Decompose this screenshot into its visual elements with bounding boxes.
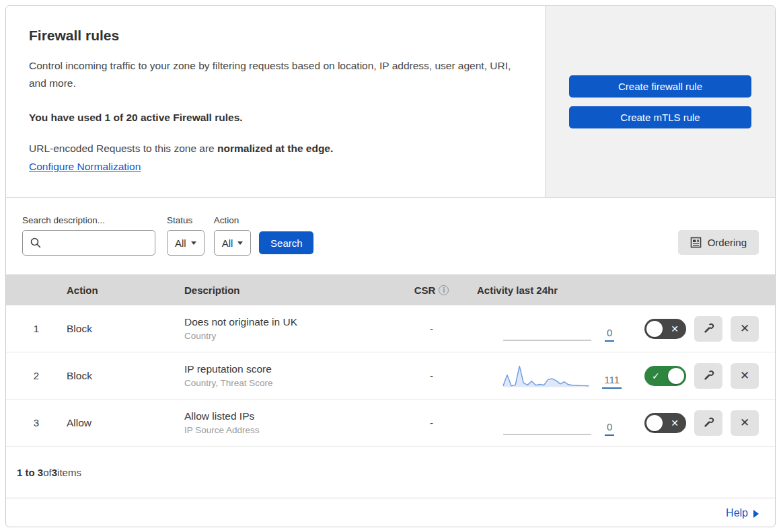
rule-description-cell: IP reputation score Country, Threat Scor… (184, 363, 400, 388)
ordering-label: Ordering (708, 237, 747, 248)
status-label: Status (167, 215, 204, 225)
csr-value: - (400, 323, 463, 334)
table-row: 1 Block Does not originate in UK Country… (6, 305, 775, 352)
edit-rule-button[interactable] (694, 316, 722, 342)
normalization-bold: normalized at the edge. (217, 143, 333, 154)
rule-action: Block (67, 323, 184, 335)
pagination-summary: 1 to 3 of 3 items (6, 447, 775, 498)
status-filter-group: Status All (167, 215, 204, 256)
rule-description: IP reputation score (184, 363, 400, 375)
activity-count-link[interactable]: 111 (602, 375, 622, 389)
filter-bar: Search description... Status All Action … (6, 198, 775, 274)
csr-value: - (400, 417, 463, 428)
rule-fields: IP Source Address (184, 425, 400, 435)
search-button[interactable]: Search (259, 231, 313, 254)
rule-priority: 2 (6, 370, 67, 381)
create-mtls-rule-button[interactable]: Create mTLS rule (569, 106, 751, 128)
status-selected-value: All (175, 237, 186, 249)
table-header-row: Action Description CSR Activity last 24h… (6, 274, 775, 305)
edit-rule-button[interactable] (694, 410, 722, 436)
delete-rule-button[interactable] (731, 410, 759, 436)
toggle-knob (668, 368, 684, 384)
table-row: 2 Block IP reputation score Country, Thr… (6, 352, 775, 400)
help-bar: Help (6, 498, 775, 527)
activity-sparkline (502, 363, 590, 389)
close-icon (740, 321, 749, 336)
normalization-text: URL-encoded Requests to this zone are no… (29, 143, 522, 155)
action-column-header: Action (67, 284, 184, 296)
action-select[interactable]: All (214, 230, 252, 256)
activity-count-link[interactable]: 0 (605, 328, 614, 342)
rule-controls (622, 410, 775, 436)
activity-cell: 0 (463, 315, 622, 342)
activity-sparkline (502, 315, 593, 342)
create-firewall-rule-button[interactable]: Create firewall rule (569, 75, 751, 98)
csr-header-label: CSR (414, 284, 436, 296)
rule-description: Allow listed IPs (184, 410, 400, 422)
action-selected-value: All (222, 237, 233, 249)
activity-sparkline (502, 410, 593, 436)
rule-action: Block (67, 370, 184, 382)
configure-normalization-link[interactable]: Configure Normalization (29, 161, 141, 173)
activity-count-link[interactable]: 0 (605, 422, 614, 436)
search-label: Search description... (22, 215, 155, 225)
ordering-icon (690, 237, 702, 248)
total-count: 3 (52, 467, 57, 478)
search-group: Search description... (22, 215, 155, 256)
close-icon (740, 416, 749, 430)
of-text: of (43, 467, 52, 478)
chevron-down-icon (237, 241, 243, 245)
rule-description: Does not originate in UK (184, 316, 400, 328)
edit-rule-button[interactable] (694, 363, 722, 389)
rule-priority: 3 (6, 417, 67, 428)
check-icon (652, 366, 660, 386)
wrench-icon (702, 369, 716, 383)
delete-rule-button[interactable] (731, 363, 759, 389)
info-icon[interactable] (439, 285, 449, 295)
page-description: Control incoming traffic to your zone by… (29, 57, 513, 91)
search-box[interactable] (22, 230, 155, 256)
close-icon (740, 369, 749, 383)
firewall-rules-card: Firewall rules Control incoming traffic … (5, 5, 776, 527)
rule-enabled-toggle[interactable] (644, 413, 686, 433)
table-row: 3 Allow Allow listed IPs IP Source Addre… (6, 400, 775, 447)
search-icon (30, 237, 42, 249)
header-text-area: Firewall rules Control incoming traffic … (6, 6, 545, 197)
chevron-down-icon (191, 241, 196, 245)
rule-description-cell: Does not originate in UK Country (184, 316, 400, 341)
description-column-header: Description (184, 284, 400, 296)
rule-controls (622, 316, 775, 342)
actions-panel: Create firewall rule Create mTLS rule (545, 6, 775, 197)
help-label: Help (726, 507, 748, 519)
rule-fields: Country (184, 331, 400, 341)
rule-enabled-toggle[interactable] (644, 319, 686, 339)
toggle-knob (646, 415, 663, 431)
activity-cell: 111 (463, 363, 622, 389)
rule-controls (622, 363, 775, 389)
wrench-icon (702, 416, 716, 430)
rule-enabled-toggle[interactable] (644, 366, 686, 386)
rule-description-cell: Allow listed IPs IP Source Address (184, 410, 400, 435)
csr-column-header: CSR (400, 284, 463, 296)
wrench-icon (702, 321, 716, 336)
rules-table: Action Description CSR Activity last 24h… (6, 274, 775, 498)
action-filter-group: Action All (214, 215, 252, 256)
usage-text: You have used 1 of 20 active Firewall ru… (29, 112, 522, 124)
activity-column-header: Activity last 24hr (463, 284, 622, 296)
action-label: Action (214, 215, 252, 225)
activity-cell: 0 (463, 410, 622, 436)
rule-priority: 1 (6, 323, 67, 334)
help-link[interactable]: Help (726, 507, 759, 519)
x-icon (671, 413, 679, 433)
rule-action: Allow (67, 417, 184, 429)
search-input[interactable] (47, 237, 148, 248)
csr-value: - (400, 370, 463, 381)
page-title: Firewall rules (29, 28, 522, 44)
header-section: Firewall rules Control incoming traffic … (6, 6, 775, 198)
ordering-button[interactable]: Ordering (678, 230, 759, 255)
normalization-prefix: URL-encoded Requests to this zone are (29, 143, 217, 154)
status-select[interactable]: All (167, 230, 204, 256)
delete-rule-button[interactable] (731, 316, 759, 342)
right-arrow-icon (753, 510, 759, 518)
items-text: items (57, 467, 81, 478)
